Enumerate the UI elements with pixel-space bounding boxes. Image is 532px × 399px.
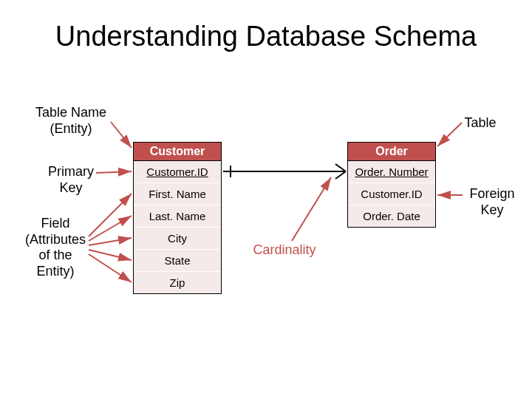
- svg-line-11: [335, 164, 346, 171]
- label-foreign-key: ForeignKey: [463, 186, 522, 218]
- page-title: Understanding Database Schema: [0, 21, 532, 52]
- label-field: Field(Attributesof theEntity): [15, 216, 96, 279]
- label-primary-key: PrimaryKey: [27, 164, 115, 196]
- table-row: Last. Name: [134, 205, 221, 228]
- svg-line-12: [335, 171, 346, 179]
- table-row: Customer.ID: [134, 161, 221, 183]
- customer-table: Customer Customer.ID First. Name Last. N…: [133, 142, 222, 294]
- order-header: Order: [348, 143, 435, 161]
- table-row: City: [134, 228, 221, 250]
- label-table: Table: [458, 115, 502, 132]
- table-row: Order. Number: [348, 161, 435, 183]
- table-row: Order. Date: [348, 205, 435, 227]
- table-row: First. Name: [134, 183, 221, 205]
- order-table: Order Order. Number Customer.ID Order. D…: [347, 142, 436, 228]
- table-row: State: [134, 250, 221, 272]
- svg-line-13: [292, 177, 331, 241]
- slide: Understanding Database Schema Table Name…: [0, 0, 532, 399]
- customer-header: Customer: [134, 143, 221, 161]
- label-cardinality: Cardinality: [244, 242, 325, 259]
- label-table-name: Table Name(Entity): [27, 105, 115, 137]
- table-row: Customer.ID: [348, 183, 435, 205]
- connectors: [0, 0, 532, 399]
- table-row: Zip: [134, 272, 221, 293]
